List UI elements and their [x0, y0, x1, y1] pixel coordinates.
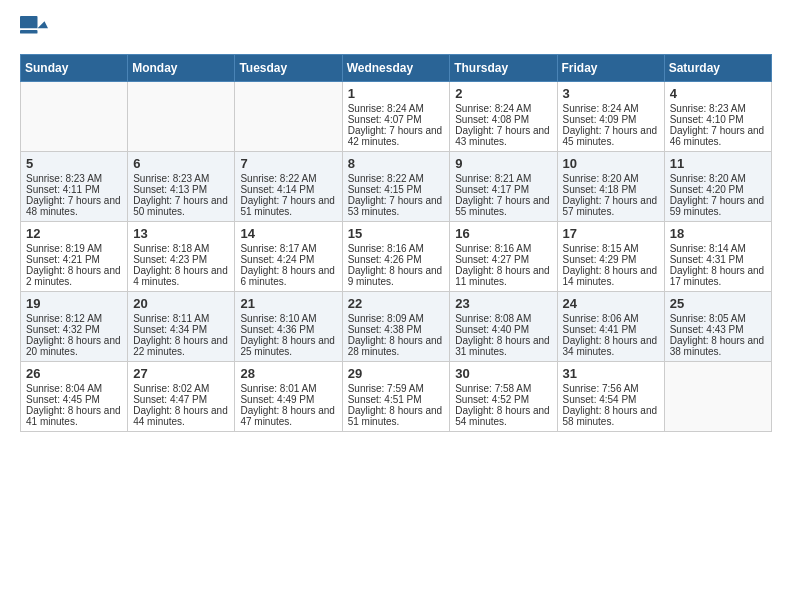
day-info: Sunrise: 8:23 AM	[670, 103, 766, 114]
calendar-cell: 12Sunrise: 8:19 AMSunset: 4:21 PMDayligh…	[21, 222, 128, 292]
col-header-monday: Monday	[128, 55, 235, 82]
day-info: Sunset: 4:51 PM	[348, 394, 445, 405]
calendar-cell	[21, 82, 128, 152]
calendar-cell: 17Sunrise: 8:15 AMSunset: 4:29 PMDayligh…	[557, 222, 664, 292]
calendar-cell: 7Sunrise: 8:22 AMSunset: 4:14 PMDaylight…	[235, 152, 342, 222]
day-info: Sunset: 4:23 PM	[133, 254, 229, 265]
day-info: Sunset: 4:26 PM	[348, 254, 445, 265]
calendar-cell: 11Sunrise: 8:20 AMSunset: 4:20 PMDayligh…	[664, 152, 771, 222]
day-number: 28	[240, 366, 336, 381]
day-info: Sunset: 4:09 PM	[563, 114, 659, 125]
calendar-cell: 4Sunrise: 8:23 AMSunset: 4:10 PMDaylight…	[664, 82, 771, 152]
day-info: Sunrise: 8:24 AM	[348, 103, 445, 114]
day-info: Sunset: 4:13 PM	[133, 184, 229, 195]
day-info: Sunrise: 8:24 AM	[455, 103, 551, 114]
day-info: Sunset: 4:07 PM	[348, 114, 445, 125]
svg-marker-0	[38, 21, 49, 28]
calendar-cell: 1Sunrise: 8:24 AMSunset: 4:07 PMDaylight…	[342, 82, 450, 152]
day-number: 1	[348, 86, 445, 101]
calendar-cell: 8Sunrise: 8:22 AMSunset: 4:15 PMDaylight…	[342, 152, 450, 222]
calendar-cell	[664, 362, 771, 432]
day-info: Sunrise: 7:56 AM	[563, 383, 659, 394]
col-header-saturday: Saturday	[664, 55, 771, 82]
day-info: Sunrise: 8:24 AM	[563, 103, 659, 114]
day-info: Daylight: 8 hours and 47 minutes.	[240, 405, 336, 427]
calendar: SundayMondayTuesdayWednesdayThursdayFrid…	[20, 54, 772, 432]
calendar-cell: 18Sunrise: 8:14 AMSunset: 4:31 PMDayligh…	[664, 222, 771, 292]
calendar-cell: 16Sunrise: 8:16 AMSunset: 4:27 PMDayligh…	[450, 222, 557, 292]
day-info: Sunset: 4:45 PM	[26, 394, 122, 405]
day-info: Sunset: 4:17 PM	[455, 184, 551, 195]
col-header-tuesday: Tuesday	[235, 55, 342, 82]
calendar-cell: 20Sunrise: 8:11 AMSunset: 4:34 PMDayligh…	[128, 292, 235, 362]
day-info: Sunrise: 8:16 AM	[455, 243, 551, 254]
day-info: Sunset: 4:11 PM	[26, 184, 122, 195]
calendar-cell: 24Sunrise: 8:06 AMSunset: 4:41 PMDayligh…	[557, 292, 664, 362]
day-info: Sunrise: 8:16 AM	[348, 243, 445, 254]
day-number: 31	[563, 366, 659, 381]
calendar-cell: 10Sunrise: 8:20 AMSunset: 4:18 PMDayligh…	[557, 152, 664, 222]
day-number: 6	[133, 156, 229, 171]
day-info: Daylight: 7 hours and 53 minutes.	[348, 195, 445, 217]
day-info: Daylight: 7 hours and 55 minutes.	[455, 195, 551, 217]
calendar-cell: 3Sunrise: 8:24 AMSunset: 4:09 PMDaylight…	[557, 82, 664, 152]
calendar-cell: 22Sunrise: 8:09 AMSunset: 4:38 PMDayligh…	[342, 292, 450, 362]
day-info: Daylight: 8 hours and 44 minutes.	[133, 405, 229, 427]
day-info: Daylight: 8 hours and 54 minutes.	[455, 405, 551, 427]
day-info: Daylight: 8 hours and 58 minutes.	[563, 405, 659, 427]
day-info: Sunrise: 8:11 AM	[133, 313, 229, 324]
day-info: Sunset: 4:40 PM	[455, 324, 551, 335]
day-info: Sunset: 4:15 PM	[348, 184, 445, 195]
day-info: Sunrise: 8:23 AM	[133, 173, 229, 184]
day-number: 21	[240, 296, 336, 311]
logo-icon	[20, 16, 48, 44]
day-number: 19	[26, 296, 122, 311]
calendar-cell: 2Sunrise: 8:24 AMSunset: 4:08 PMDaylight…	[450, 82, 557, 152]
day-info: Sunset: 4:43 PM	[670, 324, 766, 335]
day-info: Daylight: 7 hours and 59 minutes.	[670, 195, 766, 217]
day-info: Daylight: 8 hours and 6 minutes.	[240, 265, 336, 287]
day-info: Sunset: 4:47 PM	[133, 394, 229, 405]
day-info: Daylight: 7 hours and 45 minutes.	[563, 125, 659, 147]
day-info: Sunset: 4:10 PM	[670, 114, 766, 125]
day-info: Sunrise: 8:23 AM	[26, 173, 122, 184]
day-info: Daylight: 8 hours and 20 minutes.	[26, 335, 122, 357]
day-info: Sunrise: 8:19 AM	[26, 243, 122, 254]
calendar-cell	[128, 82, 235, 152]
calendar-cell: 26Sunrise: 8:04 AMSunset: 4:45 PMDayligh…	[21, 362, 128, 432]
day-number: 24	[563, 296, 659, 311]
day-number: 14	[240, 226, 336, 241]
calendar-cell: 6Sunrise: 8:23 AMSunset: 4:13 PMDaylight…	[128, 152, 235, 222]
day-number: 12	[26, 226, 122, 241]
day-number: 4	[670, 86, 766, 101]
day-number: 30	[455, 366, 551, 381]
day-info: Sunrise: 8:21 AM	[455, 173, 551, 184]
day-info: Sunrise: 7:59 AM	[348, 383, 445, 394]
calendar-cell: 28Sunrise: 8:01 AMSunset: 4:49 PMDayligh…	[235, 362, 342, 432]
day-info: Sunrise: 8:10 AM	[240, 313, 336, 324]
col-header-friday: Friday	[557, 55, 664, 82]
calendar-cell: 23Sunrise: 8:08 AMSunset: 4:40 PMDayligh…	[450, 292, 557, 362]
calendar-cell: 15Sunrise: 8:16 AMSunset: 4:26 PMDayligh…	[342, 222, 450, 292]
day-info: Sunset: 4:41 PM	[563, 324, 659, 335]
day-info: Sunrise: 8:22 AM	[348, 173, 445, 184]
day-info: Sunrise: 8:22 AM	[240, 173, 336, 184]
day-info: Sunset: 4:49 PM	[240, 394, 336, 405]
day-info: Daylight: 7 hours and 57 minutes.	[563, 195, 659, 217]
day-info: Sunrise: 8:17 AM	[240, 243, 336, 254]
calendar-cell: 21Sunrise: 8:10 AMSunset: 4:36 PMDayligh…	[235, 292, 342, 362]
calendar-header-row: SundayMondayTuesdayWednesdayThursdayFrid…	[21, 55, 772, 82]
day-info: Sunset: 4:29 PM	[563, 254, 659, 265]
calendar-cell: 5Sunrise: 8:23 AMSunset: 4:11 PMDaylight…	[21, 152, 128, 222]
day-number: 13	[133, 226, 229, 241]
day-number: 25	[670, 296, 766, 311]
calendar-week-row: 1Sunrise: 8:24 AMSunset: 4:07 PMDaylight…	[21, 82, 772, 152]
day-info: Daylight: 7 hours and 48 minutes.	[26, 195, 122, 217]
svg-rect-1	[20, 16, 38, 28]
calendar-cell: 27Sunrise: 8:02 AMSunset: 4:47 PMDayligh…	[128, 362, 235, 432]
day-number: 8	[348, 156, 445, 171]
day-info: Daylight: 8 hours and 34 minutes.	[563, 335, 659, 357]
day-info: Sunrise: 7:58 AM	[455, 383, 551, 394]
day-info: Sunrise: 8:12 AM	[26, 313, 122, 324]
calendar-week-row: 5Sunrise: 8:23 AMSunset: 4:11 PMDaylight…	[21, 152, 772, 222]
